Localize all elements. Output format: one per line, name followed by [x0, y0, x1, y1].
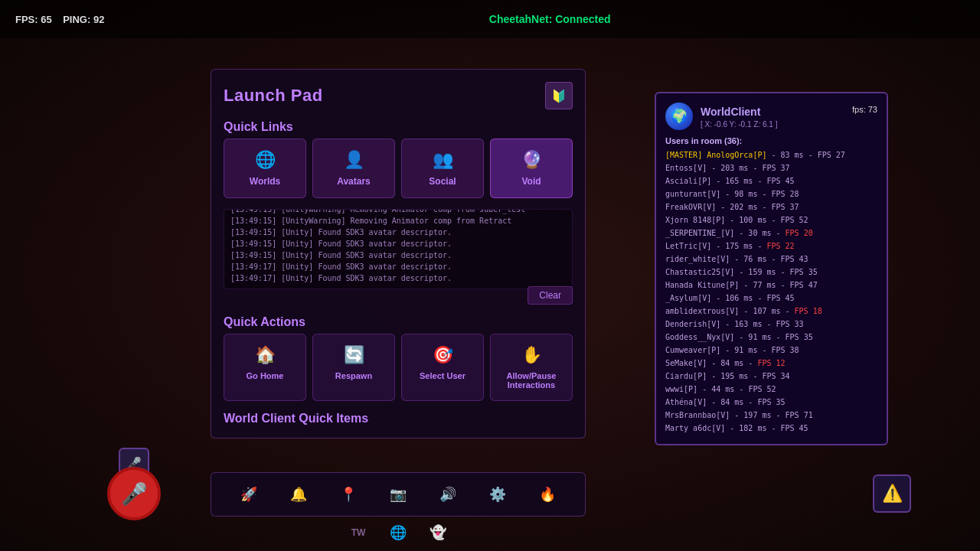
user-list-item: Marty a6dc[V] - 182 ms - FPS 45	[665, 422, 877, 435]
pause-interactions-icon: ✋	[521, 345, 542, 365]
log-entry: [13:49:15] [UnityWarning] Removing Anima…	[230, 215, 566, 227]
quick-links-grid: 🌐 Worlds 👤 Avatars 👥 Social 🔮 Void	[224, 139, 573, 198]
user-list-item: Denderish[V] - 163 ms - FPS 33	[665, 318, 877, 331]
quick-link-worlds[interactable]: 🌐 Worlds	[224, 139, 306, 198]
quick-links-title: Quick Links	[224, 120, 573, 134]
select-user-icon: 🎯	[433, 345, 453, 365]
world-client-quick-items-title: World Client Quick Items	[224, 412, 573, 425]
wc-title-area: WorldClient fps: 73 [ X: -0.6 Y: -0.1 Z:…	[701, 105, 877, 129]
wc-fps: fps: 73	[852, 105, 877, 114]
log-entry: [13:49:17] [Unity] Found SDK3 avatar des…	[230, 272, 566, 284]
home-icon: 🏠	[255, 345, 276, 365]
go-home-label: Go Home	[247, 371, 284, 380]
toolbar-rocket[interactable]: 🚀	[235, 481, 263, 508]
user-list-item: _Asylum[V] - 106 ms - FPS 45	[665, 292, 877, 305]
users-count: Users in room (36):	[665, 136, 877, 145]
wc-header: 🌍 WorldClient fps: 73 [ X: -0.6 Y: -0.1 …	[665, 103, 877, 130]
user-list-item: Chastastic25[V] - 159 ms - FPS 35	[665, 266, 877, 279]
worlds-icon: 🌐	[255, 150, 276, 170]
respawn-icon: 🔄	[344, 345, 364, 365]
toolbar-settings[interactable]: ⚙️	[484, 481, 511, 508]
quick-actions-grid: 🏠 Go Home 🔄 Respawn 🎯 Select User ✋ Allo…	[224, 334, 573, 401]
user-list: [MASTER] AnologOrca[P] - 83 ms - FPS 27E…	[665, 148, 877, 435]
panel-title: Launch Pad	[224, 86, 323, 106]
user-list-item: _SERPENTINE_[V] - 30 ms - FPS 20	[665, 227, 877, 240]
avatars-icon: 👤	[344, 150, 364, 170]
log-entry: [13:49:17] [Unity] Found SDK3 avatar des…	[230, 261, 566, 272]
fps-display: FPS: 65 PING: 92	[15, 14, 104, 25]
alert-button[interactable]: ⚠️	[873, 474, 911, 513]
quick-actions-section: Quick Actions 🏠 Go Home 🔄 Respawn 🎯 Sele…	[224, 315, 573, 401]
user-list-item: Asciali[P] - 165 ms - FPS 45	[665, 174, 877, 187]
quick-link-avatars[interactable]: 👤 Avatars	[312, 139, 395, 198]
avatars-label: Avatars	[337, 176, 371, 187]
allow-pause-label: Allow/Pause Interactions	[497, 371, 566, 390]
user-list-item: [MASTER] AnologOrca[P] - 83 ms - FPS 27	[665, 148, 877, 161]
bottom-nav: TW 🌐 👻	[211, 520, 586, 545]
nav-tw[interactable]: TW	[346, 520, 371, 545]
log-entry: [13:49:15] [Unity] Found SDK3 avatar des…	[230, 249, 566, 261]
log-entry: [13:49:15] [Unity] Found SDK3 avatar des…	[230, 227, 566, 238]
user-list-item: Ciardu[P] - 195 ms - FPS 34	[665, 370, 877, 383]
quick-link-social[interactable]: 👥 Social	[401, 139, 484, 198]
toolbar-bell[interactable]: 🔔	[285, 481, 312, 508]
wc-globe-icon: 🌍	[665, 103, 693, 130]
connection-status: CheetahNet: Connected	[489, 13, 611, 25]
nav-ghost[interactable]: 👻	[426, 520, 450, 545]
world-client-panel: 🌍 WorldClient fps: 73 [ X: -0.6 Y: -0.1 …	[655, 92, 888, 445]
void-icon: 🔮	[521, 150, 542, 170]
void-label: Void	[521, 176, 541, 187]
panel-icon-button[interactable]: 🔰	[545, 82, 573, 109]
alert-icon: ⚠️	[882, 484, 903, 504]
wc-coords: [ X: -0.6 Y: -0.1 Z: 6.1 ]	[701, 120, 877, 129]
action-select-user[interactable]: 🎯 Select User	[401, 334, 484, 401]
mic-button[interactable]: 🎤	[107, 467, 161, 520]
quick-actions-title: Quick Actions	[224, 315, 573, 329]
user-list-item: FreakOVR[V] - 202 ms - FPS 37	[665, 201, 877, 214]
action-go-home[interactable]: 🏠 Go Home	[224, 334, 306, 401]
action-allow-pause[interactable]: ✋ Allow/Pause Interactions	[490, 334, 573, 401]
launch-pad-panel: Launch Pad 🔰 Quick Links 🌐 Worlds 👤 Avat…	[211, 69, 586, 439]
respawn-label: Respawn	[335, 371, 372, 380]
user-list-item: Xjorn 8148[P] - 100 ms - FPS 52	[665, 214, 877, 227]
user-list-item: LetTric[V] - 175 ms - FPS 22	[665, 240, 877, 253]
toolbar-camera[interactable]: 📷	[384, 481, 412, 508]
quick-link-void[interactable]: 🔮 Void	[490, 139, 573, 198]
log-entry: [13:49:15] [UnityWarning] Removing Anima…	[230, 209, 566, 215]
toolbar-fire[interactable]: 🔥	[534, 481, 561, 508]
nav-globe[interactable]: 🌐	[386, 520, 410, 545]
log-entry: [13:49:15] [Unity] Found SDK3 avatar des…	[230, 238, 566, 249]
log-area[interactable]: [13:49:15] [UnityWarning] Removing Anima…	[224, 209, 573, 289]
action-respawn[interactable]: 🔄 Respawn	[312, 334, 395, 401]
user-list-item: Cumweaver[P] - 91 ms - FPS 38	[665, 344, 877, 357]
select-user-label: Select User	[420, 371, 466, 380]
toolbar-sound[interactable]: 🔊	[434, 481, 462, 508]
user-list-item: gunturant[V] - 98 ms - FPS 28	[665, 187, 877, 201]
user-list-item: Hanada Kitune[P] - 77 ms - FPS 47	[665, 279, 877, 292]
clear-button[interactable]: Clear	[528, 286, 573, 305]
user-list-item: MrsBrannbao[V] - 197 ms - FPS 71	[665, 409, 877, 422]
panel-header: Launch Pad 🔰	[224, 82, 573, 109]
user-list-item: Goddess__Nyx[V] - 91 ms - FPS 35	[665, 331, 877, 344]
wc-name: WorldClient	[701, 106, 760, 118]
hud-bar: FPS: 65 PING: 92 CheetahNet: Connected	[0, 0, 980, 38]
user-list-item: Entoss[V] - 203 ms - FPS 37	[665, 161, 877, 174]
user-list-item: rider_white[V] - 76 ms - FPS 43	[665, 253, 877, 266]
user-list-item: wwwi[P] - 44 ms - FPS 52	[665, 383, 877, 396]
bottom-toolbar: 🚀 🔔 📍 📷 🔊 ⚙️ 🔥	[211, 472, 586, 517]
quick-links-section: Quick Links 🌐 Worlds 👤 Avatars 👥 Social …	[224, 120, 573, 198]
toolbar-pin[interactable]: 📍	[335, 481, 362, 508]
user-list-item: Athéna[V] - 84 ms - FPS 35	[665, 396, 877, 409]
social-label: Social	[429, 176, 456, 187]
social-icon: 👥	[433, 150, 453, 170]
user-list-item: amblidextrous[V] - 107 ms - FPS 18	[665, 305, 877, 318]
worlds-label: Worlds	[250, 176, 280, 187]
user-list-item: SeMake[V] - 84 ms - FPS 12	[665, 357, 877, 370]
mic-icon: 🎤	[121, 481, 148, 507]
